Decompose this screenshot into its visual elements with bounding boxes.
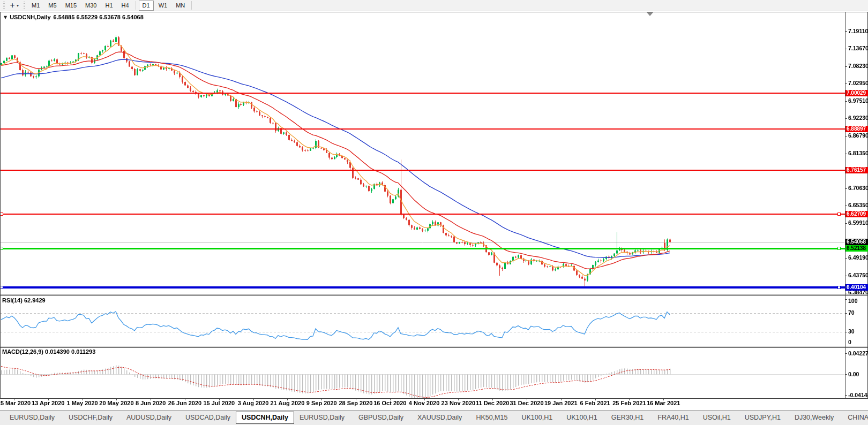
chart-tab-8-hk50-m15[interactable]: HK50,M15 [470,412,513,423]
chart-tab-2-audusd-daily[interactable]: AUDUSD,Daily [121,412,177,423]
hline-price-tag: 6.88897 [845,126,868,132]
chart-tab-14-usdjpy-h1[interactable]: USDJPY,H1 [739,412,786,423]
hline-price-tag: 6.76157 [845,167,868,173]
price-axis-label: 6.97510 [848,97,868,104]
rsi-axis-label: 30 [848,328,855,335]
rsi-indicator-label: RSI(14) 62.9429 [2,297,46,303]
crosshair-tool-button[interactable]: + ▾ [7,1,21,10]
date-axis-label: 25 Mar 2020 [0,400,31,406]
timeframe-buttons-group: M1M5M15M30H1H4D1W1MN [27,1,194,11]
date-axis-label: 11 Dec 2020 [476,400,509,406]
date-axis-label: 28 Sep 2020 [339,400,373,406]
chart-tab-5-eurusd-daily[interactable]: EURUSD,Daily [294,412,350,423]
date-axis-label: 21 Aug 2020 [270,400,304,406]
chart-tab-15-dj30-weekly[interactable]: DJ30,Weekly [789,412,839,423]
date-axis-label: 31 Dec 2020 [510,400,544,406]
chart-tab-12-fra40-h1[interactable]: FRA40,H1 [652,412,694,423]
date-axis-label: 16 Mar 2021 [647,400,680,406]
price-axis-label: 6.43750 [848,272,868,279]
price-axis-label: 6.86790 [848,132,868,139]
rsi-axis-label: 100 [848,298,858,305]
timeframe-button-m30[interactable]: M30 [81,1,100,11]
toolbar-drag-handle[interactable] [3,2,5,9]
hline-price-tag: 6.52138 [845,245,868,252]
chart-title: ▼ USDCNH,Daily 6.54885 6.55229 6.53678 6… [4,14,144,20]
toolbar-separator [191,1,192,10]
date-axis-label: 23 Nov 2020 [442,400,476,406]
hline-price-tag: 7.00029 [845,90,868,96]
date-axis-label: 16 Oct 2020 [373,400,406,406]
chart-tab-13-usoil-h1[interactable]: USOil,H1 [698,412,736,423]
timeframe-button-d1[interactable]: D1 [139,1,154,11]
date-axis-label: 9 Sep 2020 [306,400,337,406]
price-axis-label: 6.49190 [848,254,868,261]
price-axis-label: 6.81350 [848,150,868,157]
date-axis-label: 19 Jan 2021 [544,400,578,406]
chart-tab-7-xauusd-daily[interactable]: XAUUSD,Daily [412,412,467,423]
date-axis-label: 26 Jun 2020 [168,400,201,406]
date-axis-label: 1 May 2020 [67,400,98,406]
chart-canvas[interactable] [0,12,868,400]
chart-tab-0-eurusd-daily[interactable]: EURUSD,Daily [4,412,60,423]
ohlc-values: 6.54885 6.55229 6.53678 6.54068 [54,14,144,20]
date-axis-label: 20 May 2020 [99,400,133,406]
date-axis-label: 6 Feb 2021 [580,400,610,406]
timeframe-button-h1[interactable]: H1 [101,1,116,11]
macd-indicator-label: MACD(12,26,9) 0.014390 0.011293 [2,348,95,355]
price-axis-label: 6.65350 [848,202,868,209]
price-axis-label: 6.59910 [848,219,868,226]
date-axis-label: 13 Apr 2020 [32,400,64,406]
price-axis-label: 6.92230 [848,115,868,122]
rsi-axis-label: 70 [848,309,855,316]
timeframe-button-w1[interactable]: W1 [155,1,171,11]
chevron-down-icon: ▾ [17,3,19,8]
date-axis-label: 3 Aug 2020 [238,400,269,406]
chart-tab-4-usdcnh-daily[interactable]: USDCNH,Daily [236,412,294,424]
collapse-indicator-icon[interactable]: ▼ [4,15,7,20]
chart-tab-6-gbpusd-daily[interactable]: GBPUSD,Daily [353,412,409,423]
price-axis-label: 7.19110 [848,28,868,35]
symbol-period-label: USDCNH,Daily [10,14,50,20]
timeframe-button-mn[interactable]: MN [172,1,189,11]
macd-axis-label: 0.042275 [848,350,868,357]
rsi-axis-label: 0 [848,339,851,346]
timeframe-toolbar: + ▾ M1M5M15M30H1H4D1W1MN [0,0,868,11]
timeframe-button-m1[interactable]: M1 [28,1,43,11]
price-axis-label: 7.02950 [848,80,868,87]
timeframe-button-m15[interactable]: M15 [62,1,80,11]
chart-tab-16-china300-h1[interactable]: CHINA300,H1 [842,412,868,423]
current-price-tag: 6.54068 [845,239,868,245]
chart-tab-1-usdchf-daily[interactable]: USDCHF,Daily [63,412,118,423]
macd-axis-label: 0.00 [848,371,859,378]
macd-axis-label: -0.04148 [848,392,868,399]
chart-tab-10-uk100-h1[interactable]: UK100,H1 [561,412,603,423]
chart-tab-3-usdcad-daily[interactable]: USDCAD,Daily [180,412,236,423]
date-axis-label: 8 Jun 2020 [136,400,166,406]
date-axis-label: 4 Nov 2020 [409,400,439,406]
hline-price-tag: 6.62709 [845,211,868,217]
price-axis-label: 7.13670 [848,45,868,52]
toolbar-drag-handle[interactable] [24,2,25,9]
date-axis-label: 15 Jul 2020 [203,400,235,406]
chart-tab-11-ger30-h1[interactable]: GER30,H1 [606,412,649,423]
mt4-terminal: + ▾ M1M5M15M30H1H4D1W1MN ▼ USDCNH,Daily … [0,0,868,425]
chart-tab-bar: EURUSD,DailyUSDCHF,DailyAUDUSD,DailyUSDC… [0,410,868,425]
hline-price-tag: 6.40104 [845,284,868,291]
price-axis-label: 7.08230 [848,63,868,70]
timeframe-button-h4[interactable]: H4 [118,1,133,11]
chart-tab-9-uk100-h1[interactable]: UK100,H1 [516,412,558,423]
crosshair-icon: + [10,2,15,9]
timeframe-button-m5[interactable]: M5 [44,1,60,11]
price-axis-label: 6.70630 [848,185,868,192]
date-axis-label: 25 Feb 2021 [612,400,646,406]
toolbar-separator [136,1,136,10]
chart-shift-marker-icon[interactable] [647,12,653,16]
